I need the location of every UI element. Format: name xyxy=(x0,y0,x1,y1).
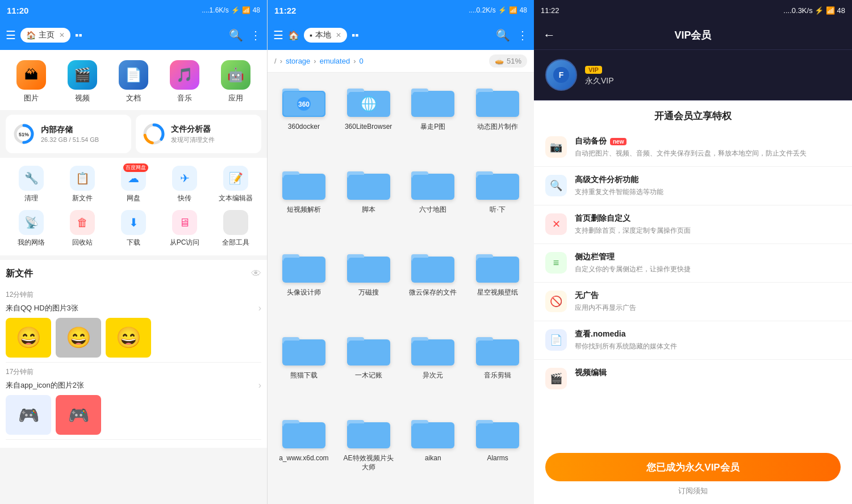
tool-clean[interactable]: 🔧 清理 xyxy=(6,166,57,203)
vip-back-button[interactable]: ← xyxy=(543,28,556,43)
category-app[interactable]: 🤖 应用 xyxy=(221,60,250,103)
vip-feature-home[interactable]: ✕ 首页删除自定义 支持删除首页，深度定制专属操作页面 xyxy=(534,205,852,244)
cat-icon-doc: 📄 xyxy=(119,60,148,90)
svg-rect-64 xyxy=(283,423,324,447)
tool-network[interactable]: 📡 我的网络 xyxy=(6,210,57,247)
nav-tab-close-2[interactable]: ✕ xyxy=(336,31,341,39)
content-area-1: 🏔 图片 🎬 视频 📄 文档 🎵 音乐 🤖 应用 xyxy=(0,50,267,504)
storage-analyzer[interactable]: 文件分析器 发现可清理文件 xyxy=(136,115,261,153)
folder-weiyun[interactable]: 微云保存的文件 xyxy=(403,244,464,324)
category-doc[interactable]: 📄 文档 xyxy=(119,60,148,103)
tool-label-transfer: 快传 xyxy=(178,194,191,203)
folder-name-dongtai: 动态图片制作 xyxy=(477,123,518,132)
eye-icon[interactable]: 👁 xyxy=(251,268,261,280)
folder-xingkong[interactable]: 星空视频壁纸 xyxy=(467,244,528,324)
feature-text-analyze: 高级文件分析功能 支持重复文件智能筛选等功能 xyxy=(575,175,663,197)
svg-rect-73 xyxy=(477,423,518,447)
tool-cloud[interactable]: ☁ 百度网盘 网盘 xyxy=(108,166,159,203)
folder-duanshipin[interactable]: 短视频解析 xyxy=(273,161,335,241)
vip-feature-noad[interactable]: 🚫 无广告 应用内不再显示广告 xyxy=(534,283,852,321)
folder-yiciyuan[interactable]: 异次元 xyxy=(403,327,464,406)
new-files-header: 新文件 👁 xyxy=(6,268,261,280)
folder-alarms[interactable]: Alarms xyxy=(467,410,528,498)
tool-editor[interactable]: 📝 文本编辑器 xyxy=(210,166,261,203)
tool-alltools[interactable]: 全部工具 xyxy=(210,210,261,247)
status-icons-3: ....0.3K/s ⚡ 📶 48 xyxy=(783,6,845,15)
tool-label-cloud: 网盘 xyxy=(127,194,140,203)
folder-touxiang[interactable]: 头像设计师 xyxy=(273,244,335,324)
tool-trash[interactable]: 🗑 回收站 xyxy=(57,210,108,247)
nav-bar-right-2: 🔍 ⋮ xyxy=(496,28,528,42)
file-thumbs-1: 🎮 🎮 xyxy=(6,395,261,435)
breadcrumb-slash[interactable]: / xyxy=(274,57,277,65)
folder-360litebrowser[interactable]: 360LiteBrowser xyxy=(338,78,399,158)
folder-360docker[interactable]: 360 360docker xyxy=(273,78,335,158)
breadcrumb-sep-1: › xyxy=(314,57,316,65)
folder-name-alarms: Alarms xyxy=(487,454,508,463)
storage-percent-btn[interactable]: 🥧 51% xyxy=(489,54,527,68)
folder-liucun[interactable]: 六寸地图 xyxy=(403,161,464,241)
more-icon-2[interactable]: ⋮ xyxy=(517,28,528,42)
nav-home-icon-2[interactable]: 🏠 xyxy=(288,30,299,41)
folder-baozou[interactable]: 暴走P图 xyxy=(403,78,464,158)
search-icon-2[interactable]: 🔍 xyxy=(496,28,510,42)
status-time-3: 11:22 xyxy=(541,6,559,15)
folder-yimu[interactable]: 一木记账 xyxy=(338,327,399,406)
storage-internal[interactable]: 51% 内部存储 26.32 GB / 51.54 GB xyxy=(6,115,131,153)
folder-name-360docker: 360docker xyxy=(288,123,320,132)
search-icon-1[interactable]: 🔍 xyxy=(229,28,243,42)
vip-feature-nomedia[interactable]: 📄 查看.nomedia 帮你找到所有系统隐藏的媒体文件 xyxy=(534,321,852,360)
folder-name-jiaoben: 脚本 xyxy=(362,205,375,215)
breadcrumb-0[interactable]: 0 xyxy=(360,57,364,65)
storage-detail: 26.32 GB / 51.54 GB xyxy=(41,136,99,143)
file-thumbs-0: 😄 😄 😄 xyxy=(6,318,261,358)
menu-icon-1[interactable]: ☰ xyxy=(6,28,16,42)
tool-icon-alltools xyxy=(223,210,248,235)
tool-pc[interactable]: 🖥 从PC访问 xyxy=(159,210,210,247)
vip-feature-analyze[interactable]: 🔍 高级文件分析功能 支持重复文件智能筛选等功能 xyxy=(534,167,852,205)
breadcrumb-storage[interactable]: storage xyxy=(286,57,310,65)
tools-grid: 🔧 清理 📋 新文件 ☁ 百度网盘 网盘 ✈ 快传 xyxy=(6,166,261,247)
folder-yinyue[interactable]: 音乐剪辑 xyxy=(467,327,528,406)
category-video[interactable]: 🎬 视频 xyxy=(68,60,97,103)
folder-aikan[interactable]: aikan xyxy=(403,410,464,498)
tool-download[interactable]: ⬇ 下载 xyxy=(108,210,159,247)
nav-tab-local[interactable]: ▪ 本地 ✕ xyxy=(304,28,347,43)
analyzer-sub: 发现可清理文件 xyxy=(171,136,215,144)
file-entry-1[interactable]: 17分钟前 来自app_icon的图片2张 › 🎮 🎮 xyxy=(6,363,261,440)
folder-dongtai[interactable]: 动态图片制作 xyxy=(467,78,528,158)
menu-icon-2[interactable]: ☰ xyxy=(273,28,283,42)
vip-feature-videoedit[interactable]: 🎬 视频编辑 xyxy=(534,360,852,393)
folder-ae[interactable]: AE特效视频片头大师 xyxy=(338,410,399,498)
folder-tingxia[interactable]: 听·下 xyxy=(467,161,528,241)
folder-name-weiyun: 微云保存的文件 xyxy=(409,288,457,297)
file-entry-0[interactable]: 12分钟前 来自QQ HD的图片3张 › 😄 😄 😄 xyxy=(6,285,261,363)
nav-tab-close-1[interactable]: ✕ xyxy=(59,31,65,39)
vip-feature-backup[interactable]: 📷 自动备份 new 自动把图片、视频、音频、文件夹保存到云盘，释放本地空间，防… xyxy=(534,128,852,167)
folder-jiaoben[interactable]: 脚本 xyxy=(338,161,399,241)
category-img[interactable]: 🏔 图片 xyxy=(16,60,46,103)
more-icon-1[interactable]: ⋮ xyxy=(250,28,261,42)
folder-awww[interactable]: a_www.x6d.com xyxy=(273,410,335,498)
nav-tab-home[interactable]: 🏠 主页 ✕ xyxy=(20,28,70,43)
folder-icon-xingkong xyxy=(475,249,520,285)
tool-transfer[interactable]: ✈ 快传 xyxy=(159,166,210,203)
tool-newfile[interactable]: 📋 新文件 xyxy=(57,166,108,203)
vip-sub-link[interactable]: 订阅须知 xyxy=(545,481,841,498)
tool-icon-trash: 🗑 xyxy=(70,210,95,235)
vip-avatar: F xyxy=(545,59,577,91)
analyzer-label: 文件分析器 xyxy=(171,124,215,135)
vip-feature-sidebar[interactable]: ≡ 侧边栏管理 自定义你的专属侧边栏，让操作更快捷 xyxy=(534,244,852,283)
folder-icon-dongtai xyxy=(475,83,520,119)
storage-label: 内部存储 xyxy=(41,125,99,135)
folder-name-yimu: 一木记账 xyxy=(355,371,382,380)
folder-xiongmao[interactable]: 熊猫下载 xyxy=(273,327,335,406)
file-source-1: 来自app_icon的图片2张 › xyxy=(6,380,261,390)
folder-name-baozou: 暴走P图 xyxy=(420,123,445,132)
status-bar-3: 11:22 ....0.3K/s ⚡ 📶 48 xyxy=(534,0,852,20)
vip-permanent-button[interactable]: 您已成为永久VIP会员 xyxy=(545,453,841,481)
folder-wancisou[interactable]: 万磁搜 xyxy=(338,244,399,324)
breadcrumb-emulated[interactable]: emulated xyxy=(320,57,350,65)
category-music[interactable]: 🎵 音乐 xyxy=(170,60,199,103)
status-time-1: 11:20 xyxy=(7,6,28,15)
